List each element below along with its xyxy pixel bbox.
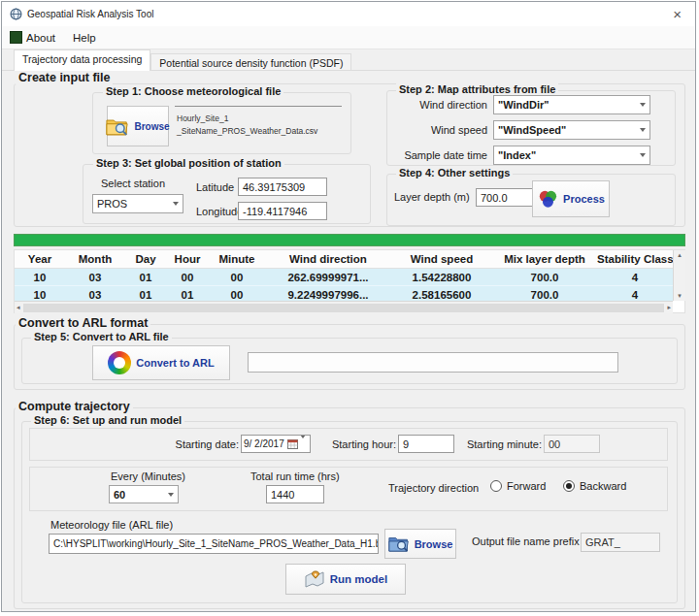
vertical-scrollbar[interactable]: ▴ ▾ bbox=[673, 250, 685, 301]
step2-title: Step 2: Map attributes from file bbox=[396, 83, 558, 95]
step4-title: Step 4: Other settings bbox=[396, 167, 513, 178]
col-wind-direction[interactable]: Wind direction bbox=[265, 250, 391, 269]
scrollbar-thumb[interactable] bbox=[23, 304, 665, 312]
latitude-field[interactable]: 46.39175309 bbox=[238, 178, 327, 196]
menu-help-label: Help bbox=[73, 32, 96, 44]
chevron-down-icon bbox=[168, 202, 183, 206]
menu-bar: About Help bbox=[2, 26, 695, 49]
scroll-right-icon[interactable]: ▸ bbox=[667, 304, 671, 311]
col-mix-layer-depth[interactable]: Mix layer depth bbox=[492, 250, 597, 269]
app-icon bbox=[10, 8, 22, 20]
sample-date-time-select[interactable]: "Index" bbox=[493, 146, 650, 165]
col-stability-class[interactable]: Stability Class bbox=[597, 250, 673, 269]
table-header-row: Year Month Day Hour Minute Wind directio… bbox=[15, 250, 673, 269]
wind-direction-label: Wind direction bbox=[390, 99, 487, 111]
latitude-label: Latitude bbox=[196, 181, 234, 193]
cell[interactable]: 262.69999971... bbox=[265, 269, 391, 286]
scroll-up-icon[interactable]: ▴ bbox=[678, 251, 682, 259]
wind-speed-select[interactable]: "WindSpeed" bbox=[493, 120, 650, 140]
backward-radio-label: Backward bbox=[580, 480, 626, 492]
select-station-label: Select station bbox=[101, 178, 165, 189]
table-row[interactable]: 10 03 01 00 00 262.69999971... 1.5422880… bbox=[15, 269, 673, 286]
wind-direction-select[interactable]: "WindDir" bbox=[493, 95, 650, 114]
forward-radio-label: Forward bbox=[507, 480, 546, 492]
sample-date-time-value: "Index" bbox=[498, 149, 536, 161]
every-minutes-select[interactable]: 60 bbox=[109, 485, 179, 503]
menu-help[interactable]: Help bbox=[73, 32, 96, 44]
step3-title: Step 3: Set global position of station bbox=[93, 157, 284, 169]
step6-title: Step 6: Set up and run model bbox=[31, 414, 184, 426]
col-hour[interactable]: Hour bbox=[166, 250, 209, 269]
col-month[interactable]: Month bbox=[65, 250, 125, 269]
every-minutes-label: Every (Minutes) bbox=[111, 470, 185, 482]
close-icon[interactable]: × bbox=[667, 7, 687, 21]
wind-speed-label: Wind speed bbox=[390, 124, 487, 136]
venn-circles-icon bbox=[537, 189, 558, 209]
col-day[interactable]: Day bbox=[125, 250, 166, 269]
browse-arl-button[interactable]: Browse bbox=[384, 529, 456, 559]
scroll-down-icon[interactable]: ▾ bbox=[678, 292, 682, 300]
chevron-down-icon bbox=[635, 128, 649, 132]
cell[interactable]: 1.54228800 bbox=[391, 269, 492, 286]
starting-date-value: 9/ 2/2017 bbox=[244, 438, 284, 449]
starting-date-picker[interactable]: 9/ 2/2017 bbox=[241, 435, 311, 453]
tab-trajectory-data-processing[interactable]: Trajectory data processing bbox=[14, 49, 150, 71]
cell[interactable]: 00 bbox=[209, 269, 265, 286]
cell[interactable]: 01 bbox=[125, 269, 166, 286]
step1-title: Step 1: Choose meteorological file bbox=[103, 85, 283, 97]
starting-hour-field[interactable]: 9 bbox=[398, 435, 454, 453]
total-run-time-label: Total run time (hrs) bbox=[250, 470, 340, 482]
browse-arl-label: Browse bbox=[415, 538, 453, 550]
arl-file-label: Meteorology file (ARL file) bbox=[50, 519, 173, 531]
station-select[interactable]: PROS bbox=[92, 194, 183, 213]
total-run-time-field[interactable]: 1440 bbox=[266, 485, 324, 503]
compute-title: Compute trajectory bbox=[16, 400, 133, 413]
every-minutes-value: 60 bbox=[114, 489, 125, 501]
convert-to-arl-label: Convert to ARL bbox=[136, 357, 214, 369]
tab-psdf[interactable]: Potential source density function (PSDF) bbox=[150, 53, 351, 71]
process-button[interactable]: Process bbox=[532, 180, 610, 217]
longitude-field[interactable]: -119.4117946 bbox=[238, 202, 327, 220]
create-input-title: Create input file bbox=[16, 71, 113, 84]
app-window: Geospatial Risk Analysis Tool × About He… bbox=[1, 1, 696, 612]
backward-radio[interactable]: Backward bbox=[563, 480, 626, 492]
cell[interactable]: 4 bbox=[597, 269, 673, 286]
output-prefix-field[interactable]: GRAT_ bbox=[581, 533, 660, 552]
trajectory-direction-label: Trajectory direction bbox=[388, 482, 479, 494]
color-cycle-icon bbox=[108, 351, 131, 374]
cell[interactable]: 700.0 bbox=[492, 269, 597, 286]
run-model-label: Run model bbox=[330, 573, 387, 585]
weather-data-grid: Year Month Day Hour Minute Wind directio… bbox=[14, 249, 685, 313]
chevron-down-icon bbox=[635, 103, 649, 107]
layer-depth-field[interactable]: 700.0 bbox=[476, 188, 540, 207]
scroll-left-icon[interactable]: ◂ bbox=[17, 304, 20, 311]
menu-about-label: About bbox=[26, 32, 55, 44]
horizontal-scrollbar[interactable]: ◂ ▸ bbox=[15, 301, 673, 313]
met-file-line2: _SiteName_PROS_Weather_Data.csv bbox=[177, 125, 340, 138]
cell[interactable]: 10 bbox=[15, 269, 65, 286]
browse-met-file-button[interactable]: Browse bbox=[107, 106, 169, 146]
col-wind-speed[interactable]: Wind speed bbox=[391, 250, 492, 269]
about-icon bbox=[10, 31, 22, 44]
col-minute[interactable]: Minute bbox=[209, 250, 265, 269]
cell[interactable]: 03 bbox=[65, 269, 125, 286]
run-model-button[interactable]: Run model bbox=[285, 564, 406, 595]
cell[interactable]: 00 bbox=[166, 269, 209, 286]
folder-search-blue-icon bbox=[388, 535, 410, 553]
station-value: PROS bbox=[97, 198, 127, 210]
met-file-display: Hourly_Site_1 _SiteName_PROS_Weather_Dat… bbox=[175, 106, 342, 145]
menu-about[interactable]: About bbox=[10, 31, 55, 44]
convert-progress-bar bbox=[248, 352, 618, 373]
sample-date-time-label: Sample date time bbox=[390, 149, 487, 161]
process-label: Process bbox=[563, 193, 605, 205]
col-year[interactable]: Year bbox=[15, 250, 65, 269]
convert-to-arl-button[interactable]: Convert to ARL bbox=[92, 345, 230, 380]
forward-radio[interactable]: Forward bbox=[490, 480, 546, 492]
starting-minute-field[interactable]: 00 bbox=[544, 435, 600, 453]
output-prefix-label: Output file name prefix bbox=[472, 535, 580, 547]
chevron-down-icon bbox=[300, 438, 306, 449]
arl-file-path-field[interactable]: C:\HYSPLIT\working\Hourly_Site_1_SiteNam… bbox=[49, 534, 379, 554]
meteo-progress-bar bbox=[14, 234, 685, 246]
tab-content: Create input file Step 1: Choose meteoro… bbox=[2, 70, 695, 611]
starting-hour-label: Starting hour: bbox=[311, 438, 396, 450]
